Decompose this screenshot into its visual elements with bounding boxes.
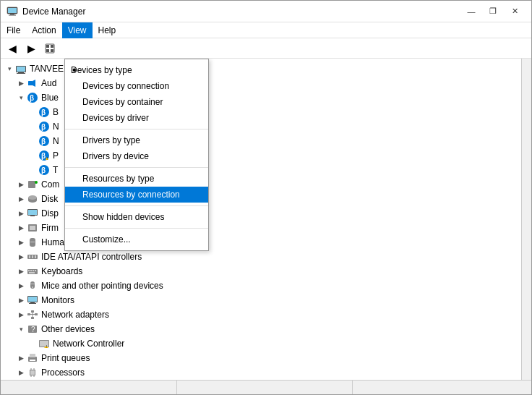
- kb-icon: [27, 266, 38, 277]
- menu-drivers-by-type[interactable]: Drivers by type: [65, 132, 208, 148]
- mice-expand[interactable]: ▶: [15, 280, 27, 292]
- disp-icon: [27, 208, 38, 219]
- vertical-scrollbar[interactable]: [521, 59, 531, 380]
- audio-label: Aud: [41, 78, 56, 88]
- com-label: Com: [41, 179, 59, 190]
- menu-devices-by-connection[interactable]: Devices by connection: [65, 78, 208, 94]
- back-button[interactable]: ◀: [4, 40, 21, 57]
- svg-rect-75: [30, 370, 35, 375]
- mon-icon: [27, 294, 38, 306]
- proc-label: Processors: [41, 368, 85, 378]
- status-section-3: [356, 381, 528, 394]
- menu-devices-by-container[interactable]: Devices by container: [65, 94, 208, 110]
- print-expand[interactable]: ▶: [15, 352, 27, 364]
- other-expand[interactable]: ▾: [15, 323, 27, 335]
- audio-expand[interactable]: ▶: [15, 77, 27, 89]
- svg-point-53: [32, 286, 33, 288]
- bt2-icon: β: [38, 121, 50, 132]
- mon-expand[interactable]: ▶: [15, 294, 27, 306]
- menu-action[interactable]: Action: [26, 22, 61, 38]
- title-bar-buttons: — ❐ ✕: [460, 4, 525, 19]
- mice-label: Mice and other pointing devices: [41, 281, 163, 291]
- bt5-expand: [27, 164, 38, 176]
- svg-rect-60: [27, 313, 30, 315]
- svg-rect-57: [29, 303, 36, 304]
- firm-expand[interactable]: ▶: [15, 222, 27, 234]
- svg-rect-6: [51, 45, 53, 48]
- tree-item-network[interactable]: ▶ Network adapters: [1, 307, 521, 322]
- bt1-label: B: [53, 107, 59, 117]
- svg-rect-38: [30, 226, 35, 230]
- bt4-warning-icon: β!: [38, 150, 50, 161]
- svg-rect-5: [46, 45, 49, 48]
- svg-rect-46: [28, 270, 30, 271]
- minimize-button[interactable]: —: [460, 4, 482, 19]
- svg-text:β: β: [30, 94, 34, 102]
- svg-rect-52: [30, 284, 35, 284]
- status-bar: [1, 380, 531, 394]
- menu-devices-by-type[interactable]: Devices by type: [65, 62, 208, 78]
- svg-rect-2: [10, 14, 14, 15]
- tree-item-ide[interactable]: ▶ IDE ATA/ATAPI controllers: [1, 250, 521, 264]
- disk-expand[interactable]: ▶: [15, 193, 27, 205]
- svg-rect-55: [28, 297, 37, 302]
- root-expand-icon[interactable]: ▾: [4, 63, 15, 75]
- tree-item-proc[interactable]: ▶ Processors: [1, 365, 521, 380]
- menu-file[interactable]: File: [1, 22, 26, 38]
- firm-icon: [27, 222, 38, 234]
- firm-label: Firm: [41, 223, 59, 233]
- netctrl-icon: !: [38, 338, 50, 349]
- ide-expand[interactable]: ▶: [15, 251, 27, 263]
- svg-rect-13: [28, 81, 33, 85]
- restore-button[interactable]: ❐: [482, 4, 504, 19]
- bt3-label: N: [53, 136, 59, 146]
- bt-label: Blue: [41, 93, 59, 103]
- svg-rect-12: [17, 73, 25, 74]
- disk-label: Disk: [41, 194, 58, 204]
- com-icon: [27, 179, 38, 190]
- tree-item-print[interactable]: ▶ Print queues: [1, 351, 521, 365]
- menu-help[interactable]: Help: [93, 22, 122, 38]
- view-dropdown-menu: Devices by type Devices by connection De…: [64, 59, 209, 251]
- hid-expand[interactable]: ▶: [15, 237, 27, 248]
- disp-label: Disp: [41, 208, 59, 218]
- com-expand[interactable]: ▶: [15, 179, 27, 190]
- svg-rect-36: [30, 216, 35, 216]
- svg-point-33: [28, 195, 37, 200]
- bt-expand[interactable]: ▾: [15, 92, 27, 103]
- tree-item-other[interactable]: ▾ ? Other devices: [1, 322, 521, 336]
- svg-rect-3: [9, 14, 16, 15]
- audio-icon: [27, 77, 38, 89]
- svg-rect-35: [28, 210, 37, 215]
- kb-label: Keyboards: [41, 266, 82, 276]
- disp-expand[interactable]: ▶: [15, 208, 27, 219]
- svg-rect-11: [18, 72, 24, 73]
- close-button[interactable]: ✕: [504, 4, 525, 19]
- menu-show-hidden[interactable]: Show hidden devices: [65, 209, 208, 225]
- svg-rect-7: [46, 49, 49, 52]
- tree-item-mice[interactable]: ▶ Mice and other pointing devices: [1, 279, 521, 293]
- menu-view[interactable]: View: [62, 22, 93, 38]
- menu-devices-by-driver[interactable]: Devices by driver: [65, 110, 208, 126]
- bt2-expand: [27, 121, 38, 132]
- menu-customize[interactable]: Customize...: [65, 232, 208, 247]
- tree-item-netctrl[interactable]: ! Network Controller: [1, 336, 521, 351]
- svg-rect-10: [17, 67, 25, 72]
- svg-text:?: ?: [31, 326, 35, 334]
- svg-rect-40: [30, 242, 35, 242]
- properties-button[interactable]: [41, 40, 59, 57]
- forward-button[interactable]: ▶: [22, 40, 40, 57]
- net-expand[interactable]: ▶: [15, 309, 27, 320]
- app-icon: [7, 6, 18, 17]
- root-label: TANVEE: [30, 64, 64, 74]
- proc-expand[interactable]: ▶: [15, 367, 27, 378]
- window-title: Device Manager: [22, 7, 85, 17]
- menu-resources-by-connection[interactable]: Resources by connection: [65, 187, 208, 203]
- menu-drivers-by-device[interactable]: Drivers by device: [65, 148, 208, 164]
- menu-resources-by-type[interactable]: Resources by type: [65, 171, 208, 187]
- tree-item-monitors[interactable]: ▶ Monitors: [1, 293, 521, 307]
- tree-item-keyboards[interactable]: ▶ Keyboards: [1, 264, 521, 279]
- bt3-expand: [27, 135, 38, 147]
- kb-expand[interactable]: ▶: [15, 266, 27, 277]
- toolbar: ◀ ▶: [1, 38, 531, 59]
